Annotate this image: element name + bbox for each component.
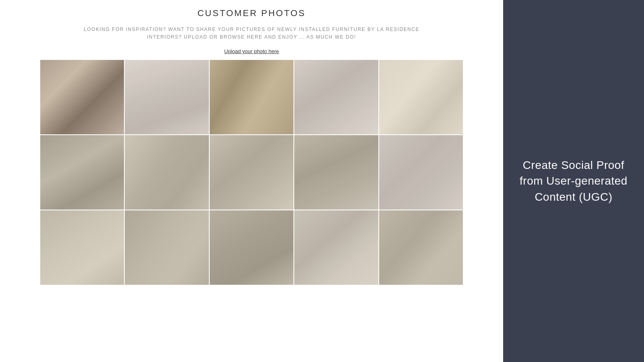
svg-rect-16 [211,60,292,134]
svg-rect-83 [350,185,360,189]
photo-cell-15[interactable] [379,210,463,285]
svg-point-122 [226,235,241,250]
svg-point-33 [328,92,344,108]
svg-rect-91 [381,173,461,179]
svg-rect-43 [381,84,421,108]
photo-cell-3[interactable] [210,60,293,134]
svg-rect-21 [211,108,292,134]
svg-rect-145 [397,222,445,243]
svg-rect-84 [328,151,344,165]
photo-cell-13[interactable] [210,210,293,285]
svg-point-72 [242,136,249,142]
photo-cell-7[interactable] [125,135,208,210]
photo-grid [40,60,463,285]
svg-rect-36 [429,72,457,112]
svg-rect-6 [62,96,102,99]
photo-cell-6[interactable] [40,135,124,210]
svg-rect-59 [159,163,179,191]
svg-line-19 [252,60,292,84]
svg-point-74 [256,138,260,142]
svg-rect-14 [159,64,175,88]
svg-rect-28 [320,96,352,99]
svg-point-147 [425,224,433,232]
upload-link[interactable]: Upload your photo here [224,48,279,54]
svg-rect-119 [239,214,264,255]
svg-rect-65 [211,135,292,210]
svg-point-121 [221,237,242,257]
main-content: CUSTOMER PHOTOS LOOKING FOR INSPIRATION?… [0,0,503,362]
photo-cell-1[interactable] [40,60,124,134]
svg-rect-44 [385,92,417,95]
svg-rect-67 [223,169,280,185]
svg-rect-46 [42,135,78,210]
svg-rect-87 [381,135,461,175]
svg-rect-107 [127,259,207,285]
svg-rect-108 [127,259,207,285]
svg-rect-132 [296,255,376,285]
page-title: CUSTOMER PHOTOS [197,8,305,19]
svg-rect-56 [127,135,207,210]
svg-rect-45 [42,135,122,210]
svg-rect-32 [308,112,364,122]
svg-line-70 [235,143,248,169]
photo-cell-10[interactable] [379,135,463,210]
photo-cell-4[interactable] [294,60,378,134]
svg-point-30 [348,66,364,94]
svg-rect-105 [86,269,114,273]
svg-point-54 [84,157,104,177]
svg-rect-53 [86,179,118,187]
photo-cell-5[interactable] [379,60,463,134]
svg-point-13 [155,68,179,92]
svg-rect-12 [163,94,195,110]
svg-point-40 [436,75,450,89]
svg-rect-76 [296,135,376,210]
svg-point-73 [251,136,256,141]
svg-rect-112 [159,243,175,255]
svg-point-138 [389,251,453,263]
svg-rect-136 [381,210,461,285]
sidebar-panel: Create Social Proof from User-generated … [503,0,644,362]
photo-cell-12[interactable] [125,210,208,285]
svg-rect-66 [211,183,292,210]
svg-rect-75 [215,183,288,187]
svg-rect-61 [147,175,187,179]
svg-point-7 [74,80,90,96]
svg-rect-86 [381,135,461,210]
svg-rect-0 [42,60,122,134]
svg-rect-103 [86,257,114,265]
svg-rect-89 [385,137,457,165]
photo-cell-11[interactable] [40,210,124,285]
photo-cell-8[interactable] [210,135,293,210]
svg-rect-50 [46,173,74,185]
svg-rect-143 [439,232,451,243]
svg-rect-131 [346,212,362,249]
svg-rect-120 [223,257,248,269]
svg-rect-11 [135,94,159,110]
svg-point-39 [439,80,455,96]
svg-rect-126 [256,259,284,275]
svg-rect-35 [381,108,461,134]
svg-rect-4 [50,108,114,112]
svg-rect-129 [310,212,326,249]
svg-point-15 [161,66,173,86]
svg-rect-10 [131,92,203,112]
svg-rect-114 [155,222,179,232]
svg-rect-68 [244,143,260,171]
svg-rect-110 [135,241,163,259]
svg-rect-102 [46,255,78,265]
sidebar-ugc-text: Create Social Proof from User-generated … [519,157,628,205]
svg-rect-130 [328,212,344,249]
svg-point-124 [231,244,240,253]
photo-cell-9[interactable] [294,135,378,210]
photo-cell-14[interactable] [294,210,378,285]
svg-line-98 [42,210,82,243]
svg-rect-81 [342,167,354,181]
photo-cell-2[interactable] [125,60,208,134]
svg-point-93 [402,144,408,150]
svg-rect-141 [439,263,449,271]
svg-rect-5 [54,112,110,124]
svg-point-95 [434,144,440,150]
svg-rect-104 [50,271,74,274]
svg-rect-63 [127,135,207,167]
svg-rect-8 [127,60,207,134]
